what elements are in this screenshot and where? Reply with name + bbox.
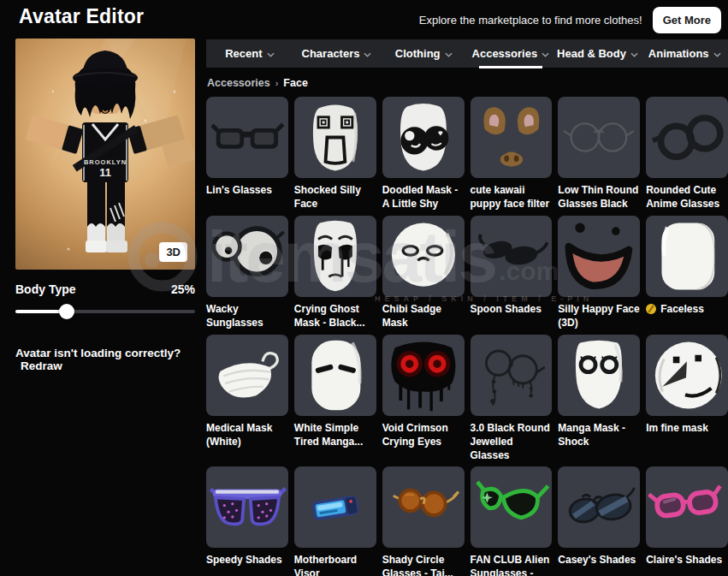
item-label: Silly Happy Face (3D): [558, 297, 640, 330]
jewelled-glasses-thumbnail[interactable]: [471, 335, 553, 416]
claires-shades-thumbnail[interactable]: [646, 466, 728, 548]
item-label: Lin's Glasses: [206, 178, 288, 211]
avatar-preview[interactable]: BROOKLYN 11 3D: [15, 39, 195, 270]
item-label: Claire's Shades: [646, 548, 728, 576]
item-label: Chibi Sadge Mask: [382, 297, 465, 330]
tab-label: Accessories: [472, 47, 538, 60]
item-card[interactable]: Medical Mask (White): [206, 335, 288, 462]
avatar-panel: BROOKLYN 11 3D: [15, 39, 195, 576]
tab-label: Animations: [648, 47, 709, 60]
crying-ghost-thumbnail[interactable]: [294, 216, 376, 297]
chevron-down-icon: [267, 52, 275, 57]
item-card[interactable]: FAN CLUB Alien Sunglasses - N...: [471, 466, 553, 576]
im-fine-thumbnail[interactable]: [646, 335, 728, 416]
item-card[interactable]: Shocked Silly Face: [294, 97, 376, 211]
item-card[interactable]: Speedy Shades: [206, 466, 288, 576]
faceless-thumbnail[interactable]: [646, 216, 728, 297]
tab-recent[interactable]: Recent: [206, 39, 293, 68]
tab-label: Recent: [225, 47, 262, 60]
medical-mask-thumbnail[interactable]: [206, 335, 288, 416]
shady-circle-thumbnail[interactable]: [382, 466, 465, 548]
breadcrumb-separator-icon: ›: [275, 78, 279, 88]
item-card[interactable]: cute kawaii puppy face filter: [471, 97, 553, 211]
void-crimson-thumbnail[interactable]: [382, 335, 465, 416]
item-card[interactable]: Shady Circle Glasses - Tai...: [382, 466, 465, 576]
redraw-link[interactable]: Redraw: [21, 359, 62, 372]
tired-manga-thumbnail[interactable]: [294, 335, 376, 416]
avatar-loading-question: Avatar isn't loading correctly?: [15, 347, 181, 359]
puppy-filter-thumbnail[interactable]: [471, 97, 553, 178]
alien-sunglasses-thumbnail[interactable]: [471, 466, 553, 548]
breadcrumb: Accessories › Face: [207, 77, 728, 89]
svg-text:11: 11: [99, 166, 111, 179]
item-label: Speedy Shades: [206, 548, 288, 576]
tab-head-body[interactable]: Head & Body: [554, 39, 642, 68]
breadcrumb-face: Face: [283, 77, 308, 89]
caseys-shades-thumbnail[interactable]: [558, 466, 640, 548]
item-card[interactable]: Chibi Sadge Mask: [382, 216, 465, 330]
speedy-shades-thumbnail[interactable]: [206, 466, 288, 548]
slider-thumb[interactable]: [59, 304, 74, 319]
body-type-slider[interactable]: [15, 304, 195, 319]
chibi-sadge-thumbnail[interactable]: [382, 216, 465, 297]
thin-round-glasses-thumbnail[interactable]: [558, 97, 640, 178]
anime-glasses-thumbnail[interactable]: [646, 97, 728, 178]
manga-shock-thumbnail[interactable]: [558, 335, 640, 416]
item-card[interactable]: Motherboard Visor: [294, 466, 376, 576]
svg-text:BROOKLYN: BROOKLYN: [84, 158, 127, 166]
item-card[interactable]: Low Thin Round Glasses Black: [558, 97, 640, 211]
item-label: Medical Mask (White): [206, 416, 288, 449]
item-card[interactable]: Rounded Cute Anime Glasses: [646, 97, 728, 211]
tab-animations[interactable]: Animations: [641, 39, 728, 68]
item-label: Manga Mask - Shock: [558, 416, 640, 449]
doodled-mask-thumbnail[interactable]: [382, 97, 465, 178]
glasses-rect-thumbnail[interactable]: [206, 97, 288, 178]
chevron-down-icon: [542, 52, 549, 57]
get-more-button[interactable]: Get More: [653, 7, 721, 33]
silly-happy-thumbnail[interactable]: [558, 216, 640, 297]
avatar-render: BROOKLYN 11: [15, 39, 195, 270]
item-card[interactable]: Crying Ghost Mask - Black...: [294, 216, 376, 330]
item-card[interactable]: Lin's Glasses: [206, 97, 288, 211]
tab-accessories[interactable]: Accessories: [467, 39, 554, 68]
item-label: Doodled Mask - A Little Shy: [382, 178, 465, 211]
item-label: FAN CLUB Alien Sunglasses - N...: [471, 548, 553, 576]
item-label: Im fine mask: [646, 416, 728, 449]
item-label: Low Thin Round Glasses Black: [558, 178, 640, 211]
page-title: Avatar Editor: [19, 5, 419, 28]
breadcrumb-accessories[interactable]: Accessories: [207, 77, 270, 89]
item-card[interactable]: Casey's Shades: [558, 466, 640, 576]
body-type-value: 25%: [171, 282, 195, 296]
item-card[interactable]: Claire's Shades: [646, 466, 728, 576]
item-label: Spoon Shades: [471, 297, 553, 330]
item-card[interactable]: Void Crimson Crying Eyes: [382, 335, 465, 462]
item-card[interactable]: Manga Mask - Shock: [558, 335, 640, 462]
shocked-face-thumbnail[interactable]: [294, 97, 376, 178]
header: Avatar Editor Explore the marketplace to…: [0, 0, 728, 38]
tab-label: Clothing: [395, 47, 441, 60]
item-label: Void Crimson Crying Eyes: [382, 416, 465, 449]
item-card[interactable]: Faceless: [646, 216, 728, 330]
spoon-shades-thumbnail[interactable]: [471, 216, 553, 297]
motherboard-visor-thumbnail[interactable]: [294, 466, 376, 548]
wacky-sunglasses-thumbnail[interactable]: [206, 216, 288, 297]
item-label: White Simple Tired Manga...: [294, 416, 376, 449]
item-label: cute kawaii puppy face filter: [471, 178, 553, 211]
item-card[interactable]: Im fine mask: [646, 335, 728, 462]
item-card[interactable]: Spoon Shades: [471, 216, 553, 330]
item-grid: Lin's GlassesShocked Silly FaceDoodled M…: [206, 97, 728, 576]
item-label: Casey's Shades: [558, 548, 640, 576]
tab-clothing[interactable]: Clothing: [380, 39, 467, 68]
item-card[interactable]: Silly Happy Face (3D): [558, 216, 640, 330]
item-label: 3.0 Black Round Jewelled Glasses: [471, 416, 553, 462]
3d-toggle-badge[interactable]: 3D: [159, 242, 187, 262]
item-label: Shady Circle Glasses - Tai...: [382, 548, 465, 576]
item-card[interactable]: 3.0 Black Round Jewelled Glasses: [471, 335, 553, 462]
item-card[interactable]: Wacky Sunglasses: [206, 216, 288, 330]
tab-characters[interactable]: Characters: [293, 39, 381, 68]
item-label: Motherboard Visor: [294, 548, 376, 576]
body-type-label: Body Type: [15, 282, 76, 296]
item-card[interactable]: Doodled Mask - A Little Shy: [382, 97, 465, 211]
item-card[interactable]: White Simple Tired Manga...: [294, 335, 376, 462]
tab-label: Characters: [302, 47, 360, 60]
